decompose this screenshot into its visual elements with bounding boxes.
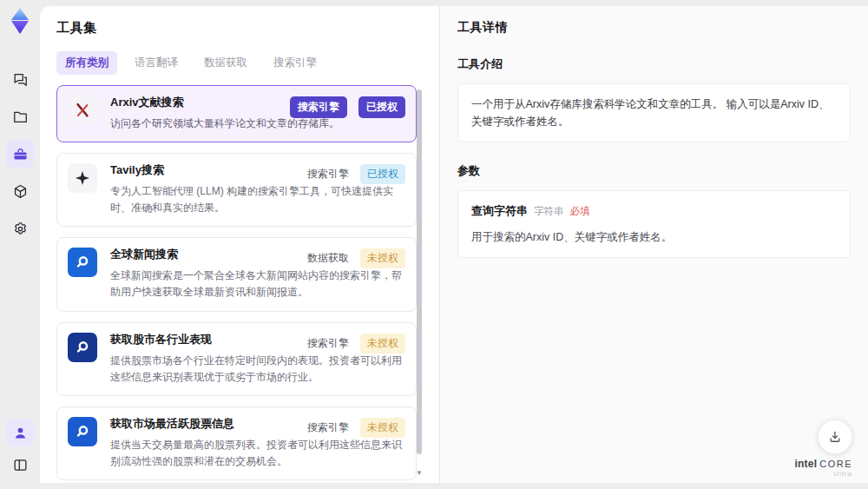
- toolbox-icon: [12, 146, 29, 162]
- tool-list: Arxiv文献搜索 访问各个研究领域大量科学论文和文章的存储库。 搜索引擎 已授…: [56, 85, 417, 483]
- category-tab[interactable]: 数据获取: [195, 51, 256, 75]
- arxiv-logo-icon: [68, 96, 97, 125]
- scrollbar-thumb[interactable]: [417, 89, 422, 454]
- category-tab[interactable]: 语言翻译: [126, 51, 187, 75]
- parameter-row: 查询字符串 字符串 必填 用于搜索的Arxiv ID、关键字或作者姓名。: [471, 202, 837, 246]
- intro-text-box: 一个用于从Arxiv存储库搜索科学论文和文章的工具。 输入可以是Arxiv ID…: [457, 83, 851, 142]
- sidebar-item[interactable]: [6, 140, 34, 168]
- auth-status-badge: 已授权: [358, 96, 405, 118]
- category-badge: 搜索引擎: [290, 96, 347, 118]
- gear-icon: [12, 221, 29, 237]
- tool-card[interactable]: 获取股市各行业表现 提供股票市场各个行业在特定时间段内的表现。投资者可以利用这些…: [56, 322, 417, 396]
- app-logo: [5, 6, 35, 37]
- main-content: 工具集 所有类别 语言翻译 数据获取 搜索引擎 Arxiv文献搜索 访问各个研究…: [40, 6, 868, 483]
- scrollbar-down-arrow[interactable]: ▼: [416, 470, 423, 477]
- download-button[interactable]: [818, 420, 852, 454]
- tavily-logo-icon: [68, 163, 97, 193]
- sidebar-item[interactable]: [6, 177, 34, 205]
- tool-description: 提供当天交易量最高的股票列表。投资者可以利用这些信息来识别流动性强的股票和潜在的…: [110, 437, 405, 470]
- parameter-description: 用于搜索的Arxiv ID、关键字或作者姓名。: [471, 228, 837, 246]
- sidebar-item[interactable]: [6, 65, 34, 93]
- params-heading: 参数: [457, 163, 851, 179]
- auth-status-badge: 未授权: [360, 334, 405, 354]
- user-icon: [12, 425, 29, 441]
- tool-card[interactable]: Arxiv文献搜索 访问各个研究领域大量科学论文和文章的存储库。 搜索引擎 已授…: [56, 85, 417, 142]
- tool-card[interactable]: 全球新闻搜索 全球新闻搜索是一个聚合全球各大新闻网站内容的搜索引擎，帮助用户快速…: [56, 237, 417, 311]
- left-rail: [0, 0, 40, 489]
- tool-card[interactable]: 获取市场最活跃股票信息 提供当天交易量最高的股票列表。投资者可以利用这些信息来识…: [56, 406, 417, 480]
- sidebar-bottom-item[interactable]: [6, 451, 34, 479]
- parameter-type: 字符串: [534, 203, 564, 219]
- sidebar-bottom-item[interactable]: [6, 419, 34, 446]
- tool-description: 全球新闻搜索是一个聚合全球各大新闻网站内容的搜索引擎，帮助用户快速获取全球最新资…: [110, 268, 405, 301]
- tool-card[interactable]: Tavily搜索 专为人工智能代理 (LLM) 构建的搜索引擎工具，可快速提供实…: [56, 153, 417, 227]
- parameter-required-flag: 必填: [570, 203, 590, 219]
- industry-performance-logo-icon: [68, 333, 97, 362]
- news-search-logo-icon: [68, 248, 97, 277]
- cube-icon: [12, 183, 29, 200]
- tool-description: 专为人工智能代理 (LLM) 构建的搜索引擎工具，可快速提供实时、准确和真实的结…: [110, 183, 405, 216]
- category-badge: 搜索引擎: [307, 420, 349, 435]
- rail-nav: [6, 65, 34, 242]
- parameter-name: 查询字符串: [471, 202, 528, 221]
- auth-status-badge: 未授权: [360, 248, 405, 268]
- tool-description: 提供股票市场各个行业在特定时间段内的表现。投资者可以利用这些信息来识别表现优于或…: [110, 353, 405, 386]
- intel-core-logo: intelCORE Ultra: [795, 455, 852, 479]
- tool-details-panel: 工具详情 工具介绍 一个用于从Arxiv存储库搜索科学论文和文章的工具。 输入可…: [439, 6, 868, 483]
- category-tab[interactable]: 所有类别: [56, 51, 117, 75]
- auth-status-badge: 已授权: [360, 164, 405, 184]
- rail-bottom: [0, 419, 40, 479]
- download-icon: [827, 429, 843, 445]
- sidebar-item[interactable]: [6, 215, 34, 242]
- details-title: 工具详情: [457, 20, 851, 36]
- category-badge: 搜索引擎: [307, 167, 349, 182]
- auth-status-badge: 未授权: [360, 418, 405, 438]
- chat-icon: [12, 71, 29, 88]
- category-tab[interactable]: 搜索引擎: [265, 51, 326, 75]
- category-tabs: 所有类别 语言翻译 数据获取 搜索引擎: [56, 51, 439, 75]
- sidebar-item[interactable]: [6, 102, 34, 130]
- params-box: 查询字符串 字符串 必填 用于搜索的Arxiv ID、关键字或作者姓名。: [457, 190, 851, 258]
- folder-icon: [12, 109, 29, 125]
- page-title: 工具集: [56, 20, 439, 36]
- active-stocks-logo-icon: [68, 417, 97, 446]
- panel-icon: [12, 457, 29, 473]
- category-badge: 搜索引擎: [307, 336, 349, 351]
- toolset-panel: 工具集 所有类别 语言翻译 数据获取 搜索引擎 Arxiv文献搜索 访问各个研究…: [40, 6, 439, 483]
- intro-heading: 工具介绍: [457, 56, 851, 72]
- category-badge: 数据获取: [307, 251, 349, 266]
